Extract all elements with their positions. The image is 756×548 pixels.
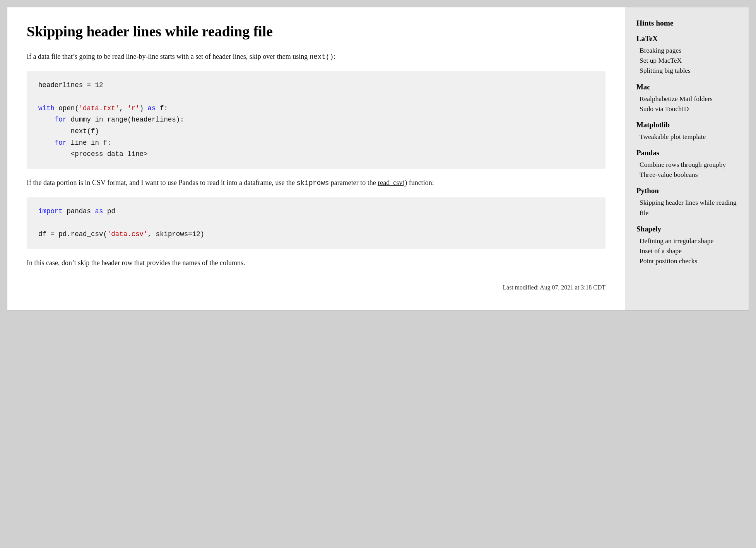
sidebar: Hints home LaTeX Breaking pages Set up M… xyxy=(625,7,749,310)
code-line: for line in f: xyxy=(38,137,594,149)
sidebar-home-link[interactable]: Hints home xyxy=(636,19,737,27)
sidebar-header-mac: Mac xyxy=(636,83,737,91)
para2-end: function: xyxy=(407,179,434,187)
code-line: with open('data.txt', 'r') as f: xyxy=(38,103,594,115)
para2-code: skiprows xyxy=(297,179,329,187)
code-line xyxy=(38,91,594,103)
sidebar-link-skipping-header[interactable]: Skipping header lines while reading file xyxy=(636,197,737,217)
code-line: next(f) xyxy=(38,126,594,137)
code-line xyxy=(38,217,594,229)
sidebar-header-shapely: Shapely xyxy=(636,225,737,233)
intro-code: next() xyxy=(310,53,334,61)
sidebar-link-tweakable-plot[interactable]: Tweakable plot template xyxy=(636,132,737,142)
sidebar-link-sudo-touchid[interactable]: Sudo via TouchID xyxy=(636,104,737,114)
para2-pre: If the data portion is in CSV format, an… xyxy=(27,179,297,187)
para2-mid: parameter to the xyxy=(329,179,378,187)
code-block-2: import pandas as pd df = pd.read_csv('da… xyxy=(27,197,605,249)
code-line: for dummy in range(headerlines): xyxy=(38,114,594,126)
intro-paragraph: If a data file that’s going to be read l… xyxy=(27,51,605,63)
sidebar-link-breaking-pages[interactable]: Breaking pages xyxy=(636,45,737,55)
sidebar-header-matplotlib: Matplotlib xyxy=(636,121,737,129)
sidebar-section-matplotlib: Matplotlib Tweakable plot template xyxy=(636,121,737,142)
para2: If the data portion is in CSV format, an… xyxy=(27,177,605,189)
read-csv-link[interactable]: read_csv() xyxy=(378,179,407,187)
sidebar-link-splitting-big-tables[interactable]: Splitting big tables xyxy=(636,65,737,75)
code-line: headerlines = 12 xyxy=(38,80,594,91)
sidebar-link-combine-rows[interactable]: Combine rows through groupby xyxy=(636,159,737,170)
sidebar-link-three-value[interactable]: Three-value booleans xyxy=(636,170,737,180)
sidebar-header-python: Python xyxy=(636,187,737,195)
sidebar-header-latex: LaTeX xyxy=(636,34,737,43)
main-content: Skipping header lines while reading file… xyxy=(7,7,625,310)
sidebar-link-inset-shape[interactable]: Inset of a shape xyxy=(636,246,737,256)
code-line: import pandas as pd xyxy=(38,206,594,217)
last-modified: Last modified: Aug 07, 2021 at 3:18 CDT xyxy=(27,284,605,291)
sidebar-link-realphabetize[interactable]: Realphabetize Mail folders xyxy=(636,94,737,104)
code-line: <process data line> xyxy=(38,149,594,160)
para3: In this case, don’t skip the header row … xyxy=(27,257,605,269)
code-block-1: headerlines = 12 with open('data.txt', '… xyxy=(27,71,605,169)
sidebar-section-latex: LaTeX Breaking pages Set up MacTeX Split… xyxy=(636,34,737,76)
sidebar-section-python: Python Skipping header lines while readi… xyxy=(636,187,737,217)
sidebar-link-point-position[interactable]: Point position checks xyxy=(636,256,737,266)
sidebar-home-section: Hints home xyxy=(636,19,737,27)
intro-text-after: : xyxy=(334,53,336,60)
sidebar-header-pandas: Pandas xyxy=(636,149,737,157)
sidebar-section-pandas: Pandas Combine rows through groupby Thre… xyxy=(636,149,737,180)
sidebar-section-shapely: Shapely Defining an irregular shape Inse… xyxy=(636,225,737,266)
code-line: df = pd.read_csv('data.csv', skiprows=12… xyxy=(38,229,594,240)
article-title: Skipping header lines while reading file xyxy=(27,23,605,40)
sidebar-section-mac: Mac Realphabetize Mail folders Sudo via … xyxy=(636,83,737,114)
sidebar-link-set-up-mactex[interactable]: Set up MacTeX xyxy=(636,55,737,65)
intro-text-before: If a data file that’s going to be read l… xyxy=(27,53,310,60)
sidebar-link-irregular-shape[interactable]: Defining an irregular shape xyxy=(636,236,737,246)
